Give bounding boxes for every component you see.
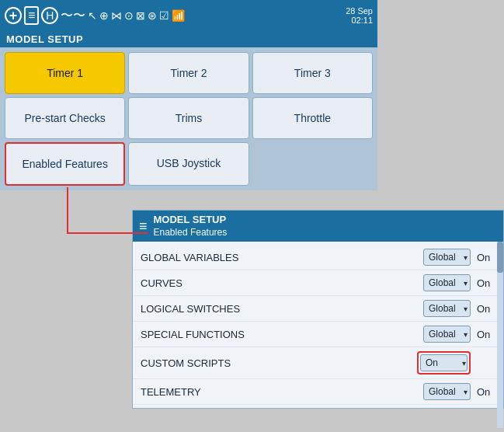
- feature-label-global-variables: GLOBAL VARIABLES: [141, 252, 417, 263]
- bottom-header-title: MODEL SETUP: [154, 214, 228, 227]
- on-label-global-variables: On: [477, 252, 495, 263]
- btn-enabled-features[interactable]: Enabled Features: [5, 142, 125, 186]
- check-icon: ☑: [159, 9, 169, 22]
- select-curves[interactable]: Global On Off: [423, 274, 471, 291]
- btn-throttle[interactable]: Throttle: [252, 97, 373, 139]
- bottom-header-sub: Enabled Features: [154, 227, 228, 239]
- scrollbar-thumb[interactable]: [497, 242, 503, 273]
- select-wrapper-global-variables[interactable]: Global On Off: [423, 249, 471, 266]
- btn-trims[interactable]: Trims: [128, 97, 249, 139]
- btn-prestart[interactable]: Pre-start Checks: [5, 97, 125, 139]
- dial-icon: ⊙: [124, 9, 134, 22]
- select-wrapper-custom-scripts[interactable]: On Global Off: [417, 351, 471, 375]
- btn-usb-joystick[interactable]: USB Joystick: [128, 142, 249, 186]
- select-custom-scripts[interactable]: On Global Off: [420, 354, 468, 371]
- connector-horizontal: [67, 232, 148, 234]
- btn-timer1[interactable]: Timer 1: [5, 52, 125, 94]
- grid-buttons: Timer 1 Timer 2 Timer 3 Pre-start Checks…: [0, 47, 377, 190]
- feature-row-global-variables: GLOBAL VARIABLES Global On Off On: [133, 245, 503, 270]
- x-box-icon: ⊠: [136, 9, 145, 22]
- feature-label-custom-scripts: CUSTOM SCRIPTS: [141, 357, 411, 369]
- circle-icon: ⊛: [148, 9, 157, 22]
- top-panel: + ≡ H 〜〜 ↖ ⊕ ⋈ ⊙ ⊠ ⊛ ☑ 📶 28 Sep 02:11 MO…: [0, 0, 377, 190]
- feature-row-custom-scripts: CUSTOM SCRIPTS On Global Off: [133, 347, 503, 379]
- select-global-variables[interactable]: Global On Off: [423, 249, 471, 266]
- feature-label-telemetry: TELEMETRY: [141, 386, 417, 398]
- select-wrapper-curves[interactable]: Global On Off: [423, 274, 471, 291]
- top-bar-icons: + ≡ H 〜〜 ↖ ⊕ ⋈ ⊙ ⊠ ⊛ ☑ 📶: [5, 6, 342, 25]
- on-label-curves: On: [477, 277, 495, 289]
- scrollbar[interactable]: [497, 242, 503, 428]
- btn-timer2[interactable]: Timer 2: [128, 52, 249, 94]
- model-setup-title: MODEL SETUP: [0, 31, 377, 47]
- select-wrapper-logical-switches[interactable]: Global On Off: [423, 300, 471, 317]
- select-wrapper-telemetry[interactable]: Global On Off: [423, 383, 471, 400]
- top-bar: + ≡ H 〜〜 ↖ ⊕ ⋈ ⊙ ⊠ ⊛ ☑ 📶 28 Sep 02:11: [0, 0, 377, 31]
- select-telemetry[interactable]: Global On Off: [423, 383, 471, 400]
- bottom-header-text: MODEL SETUP Enabled Features: [154, 214, 228, 239]
- on-label-special-functions: On: [477, 329, 495, 340]
- add-icon[interactable]: +: [5, 7, 22, 24]
- signal-icon: 📶: [172, 9, 185, 22]
- select-special-functions[interactable]: Global On Off: [423, 326, 471, 343]
- bottom-panel: ≡ MODEL SETUP Enabled Features GLOBAL VA…: [132, 210, 504, 409]
- select-logical-switches[interactable]: Global On Off: [423, 300, 471, 317]
- connector-vertical: [67, 187, 68, 234]
- cursor-icon: ↖: [88, 9, 97, 22]
- top-bar-time: 28 Sep 02:11: [346, 6, 373, 25]
- menu-icon[interactable]: ≡: [24, 6, 39, 25]
- feature-label-special-functions: SPECIAL FUNCTIONS: [141, 329, 417, 340]
- feature-row-curves: CURVES Global On Off On: [133, 270, 503, 296]
- on-label-logical-switches: On: [477, 303, 495, 315]
- feature-row-telemetry: TELEMETRY Global On Off On: [133, 379, 503, 405]
- wave-icon: 〜〜: [61, 8, 85, 24]
- on-label-telemetry: On: [477, 386, 495, 398]
- bottom-panel-header: ≡ MODEL SETUP Enabled Features: [133, 211, 503, 242]
- feature-label-logical-switches: LOGICAL SWITCHES: [141, 303, 417, 315]
- btn-timer3[interactable]: Timer 3: [252, 52, 373, 94]
- features-table: GLOBAL VARIABLES Global On Off On CURVES…: [133, 242, 503, 408]
- swim-icon: ⋈: [111, 9, 122, 22]
- feature-row-logical-switches: LOGICAL SWITCHES Global On Off On: [133, 296, 503, 322]
- select-wrapper-special-functions[interactable]: Global On Off: [423, 326, 471, 343]
- h-icon[interactable]: H: [41, 7, 58, 24]
- cross-icon: ⊕: [99, 9, 109, 22]
- feature-label-curves: CURVES: [141, 277, 417, 289]
- feature-row-special-functions: SPECIAL FUNCTIONS Global On Off On: [133, 322, 503, 347]
